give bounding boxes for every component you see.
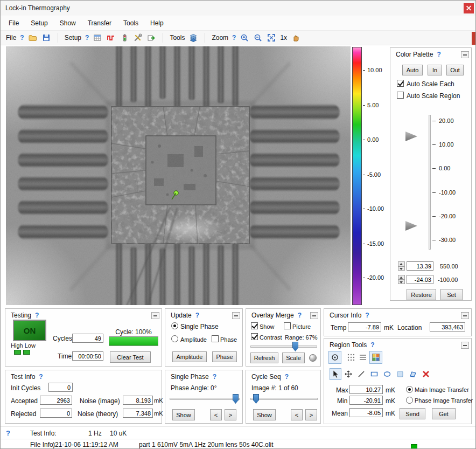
- picture-checkbox[interactable]: [284, 322, 291, 329]
- max-field[interactable]: [349, 385, 383, 394]
- square-wave-icon[interactable]: [106, 33, 116, 43]
- contrast-checkbox[interactable]: [251, 333, 258, 340]
- mean-field[interactable]: [349, 408, 383, 417]
- battery-icon[interactable]: [120, 33, 129, 43]
- save-icon[interactable]: [41, 33, 51, 43]
- auto-scale-region-checkbox[interactable]: [397, 92, 404, 99]
- show-phase-button[interactable]: Show: [172, 409, 195, 420]
- time-field[interactable]: [72, 351, 103, 361]
- single-phase-radio[interactable]: [171, 322, 178, 329]
- rounded-rect-tool[interactable]: [394, 368, 406, 380]
- minimize-button[interactable]: [310, 312, 318, 319]
- ellipse-tool[interactable]: [381, 368, 393, 380]
- lower-spinner[interactable]: [398, 275, 405, 284]
- contrast-slider[interactable]: [250, 342, 317, 351]
- refresh-button[interactable]: Refresh: [250, 353, 278, 363]
- min-field[interactable]: [349, 396, 383, 405]
- out-button[interactable]: Out: [446, 65, 464, 75]
- upper-limit-handle[interactable]: [405, 132, 417, 141]
- set-button[interactable]: Set: [440, 289, 463, 300]
- setup-grid-icon[interactable]: [93, 33, 102, 43]
- scale-button[interactable]: Scale: [282, 353, 305, 363]
- noise-theory-field[interactable]: [123, 409, 153, 418]
- line-tool[interactable]: [355, 368, 367, 380]
- auto-button[interactable]: Auto: [402, 65, 423, 75]
- menu-setup[interactable]: Setup: [25, 17, 53, 30]
- menu-transfer[interactable]: Transfer: [82, 17, 117, 30]
- help-icon[interactable]: ?: [365, 312, 369, 319]
- pan-hand-icon[interactable]: [291, 33, 300, 43]
- next-cycle-button[interactable]: >: [305, 409, 317, 420]
- phase-button[interactable]: Phase: [212, 351, 237, 362]
- prev-cycle-button[interactable]: <: [291, 409, 303, 420]
- help-icon[interactable]: ?: [285, 373, 289, 381]
- contrast-slider-thumb[interactable]: [292, 342, 298, 351]
- scale-slider-track[interactable]: [429, 115, 431, 250]
- cycle-seq-thumb[interactable]: [253, 394, 259, 404]
- init-cycles-field[interactable]: [48, 383, 73, 392]
- polygon-tool[interactable]: [407, 368, 419, 380]
- file-help-icon[interactable]: ?: [20, 34, 24, 42]
- amplitude-button[interactable]: Amplitude: [172, 351, 207, 362]
- menu-show[interactable]: Show: [54, 17, 82, 30]
- rejected-field[interactable]: [40, 409, 72, 418]
- help-icon[interactable]: ?: [370, 341, 374, 349]
- help-icon[interactable]: ?: [195, 312, 199, 319]
- help-icon[interactable]: ?: [298, 312, 302, 319]
- layers-icon[interactable]: [188, 33, 198, 43]
- menu-file[interactable]: File: [3, 17, 25, 30]
- phase-angle-thumb[interactable]: [233, 394, 239, 404]
- get-button[interactable]: Get: [432, 408, 456, 419]
- temp-field[interactable]: [348, 322, 381, 331]
- send-button[interactable]: Send: [400, 408, 425, 419]
- upper-limit-field[interactable]: [407, 261, 433, 271]
- zoom-in-icon[interactable]: [240, 33, 249, 43]
- delete-region-icon[interactable]: [420, 368, 432, 380]
- noise-image-field[interactable]: [123, 396, 153, 405]
- menu-help[interactable]: Help: [144, 17, 170, 30]
- lines-icon[interactable]: [358, 352, 368, 363]
- help-icon[interactable]: ?: [437, 51, 440, 58]
- in-button[interactable]: In: [428, 65, 442, 75]
- status-help-icon[interactable]: ?: [6, 429, 10, 437]
- location-field[interactable]: [430, 322, 465, 331]
- phase-checkbox[interactable]: [212, 335, 219, 342]
- tools-wrench-icon[interactable]: [133, 33, 143, 43]
- minimize-button[interactable]: [461, 342, 469, 349]
- zoom-help-icon[interactable]: ?: [232, 34, 236, 42]
- main-transfer-radio[interactable]: [406, 386, 413, 393]
- export-icon[interactable]: [146, 33, 156, 43]
- amplitude-radio[interactable]: [171, 335, 178, 342]
- auto-scale-each-checkbox[interactable]: [397, 80, 404, 87]
- help-icon[interactable]: ?: [35, 312, 39, 319]
- grid-dots-icon[interactable]: [346, 352, 356, 363]
- help-icon[interactable]: ?: [39, 373, 43, 381]
- phase-angle-slider[interactable]: [170, 394, 240, 404]
- zoom-out-icon[interactable]: [253, 33, 263, 43]
- zoom-fit-icon[interactable]: [267, 33, 276, 43]
- clear-test-button[interactable]: Clear Test: [110, 351, 151, 363]
- thermal-image[interactable]: [6, 46, 351, 305]
- move-tool[interactable]: [342, 368, 354, 380]
- next-phase-button[interactable]: >: [225, 409, 236, 420]
- help-icon[interactable]: ?: [213, 373, 216, 381]
- rectangle-tool[interactable]: [368, 368, 380, 380]
- lower-limit-field[interactable]: [407, 275, 433, 284]
- sphere-icon[interactable]: [309, 354, 317, 362]
- close-button[interactable]: [464, 3, 474, 13]
- show-cycle-button[interactable]: Show: [253, 409, 276, 420]
- phase-transfer-radio[interactable]: [406, 397, 413, 404]
- open-folder-icon[interactable]: [28, 33, 38, 43]
- upper-spinner[interactable]: [398, 261, 405, 271]
- minimize-button[interactable]: [232, 312, 240, 319]
- prev-phase-button[interactable]: <: [210, 409, 222, 420]
- lower-limit-handle[interactable]: [405, 221, 417, 231]
- show-checkbox[interactable]: [251, 322, 258, 329]
- minimize-button[interactable]: [461, 51, 469, 58]
- accepted-field[interactable]: [40, 396, 72, 405]
- cycles-field[interactable]: [72, 334, 103, 343]
- setup-help-icon[interactable]: ?: [85, 34, 89, 42]
- menu-tools[interactable]: Tools: [117, 17, 144, 30]
- palette-tool-button[interactable]: [369, 351, 382, 364]
- minimize-button[interactable]: [461, 312, 469, 319]
